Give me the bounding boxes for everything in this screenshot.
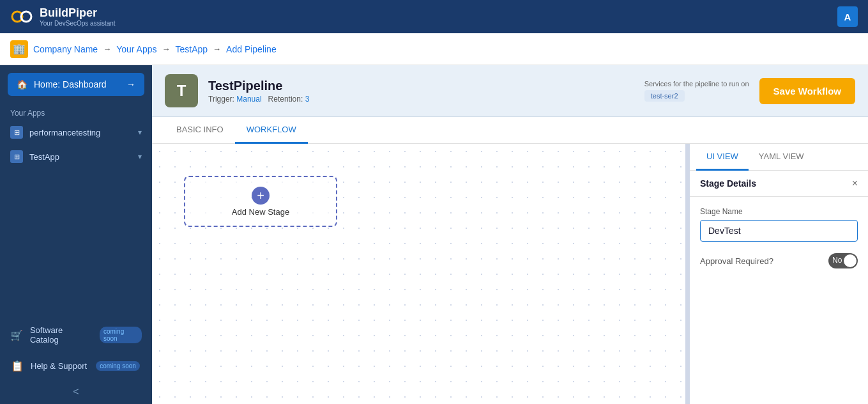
sidebar-app-label: performancetesting (29, 128, 100, 137)
help-label: Help & Support (31, 361, 87, 371)
pipeline-info: TestPipeline Trigger: Manual Retention: … (208, 79, 621, 104)
topbar: BuildPiper Your DevSecOps assistant A (0, 0, 868, 33)
app-grid-icon-2: ⊞ (10, 150, 23, 163)
sidebar: 🏠 Home: Dashboard → Your Apps ⊞ performa… (0, 65, 152, 404)
sidebar-software-catalog[interactable]: 🛒 Software Catalog coming soon (0, 318, 152, 352)
save-workflow-button[interactable]: Save Workflow (759, 78, 855, 104)
workflow-area: + Add New Stage UI VIEW YAML VIEW Stage … (152, 144, 868, 404)
sidebar-collapse-button[interactable]: < (0, 380, 152, 404)
chevron-down-icon: ▾ (138, 128, 142, 137)
tab-ui-view[interactable]: UI VIEW (696, 144, 749, 171)
company-icon: 🏢 (10, 40, 28, 58)
breadcrumb-testapp[interactable]: TestApp (175, 44, 208, 54)
trigger-value: Manual (236, 95, 261, 104)
stage-details-header: Stage Details × (690, 171, 868, 197)
main-layout: 🏠 Home: Dashboard → Your Apps ⊞ performa… (0, 65, 868, 404)
help-icon: 📋 (10, 359, 24, 373)
logo-icon (10, 5, 33, 28)
stage-name-input[interactable] (700, 220, 858, 242)
catalog-label: Software Catalog (30, 325, 91, 345)
sidebar-item-performancetesting[interactable]: ⊞ performancetesting ▾ (0, 120, 152, 144)
pipeline-services: Services for the pipeline to run on test… (644, 80, 749, 102)
pipeline-header: T TestPipeline Trigger: Manual Retention… (152, 65, 868, 117)
add-stage-label: Add New Stage (232, 207, 289, 217)
breadcrumb-arrow-2: → (162, 44, 170, 54)
logo-sub: Your DevSecOps assistant (40, 20, 116, 27)
stage-name-label: Stage Name (700, 207, 858, 216)
content-area: T TestPipeline Trigger: Manual Retention… (152, 65, 868, 404)
breadcrumb-add-pipeline[interactable]: Add Pipeline (226, 44, 277, 54)
services-label: Services for the pipeline to run on (644, 80, 749, 88)
toggle-track[interactable]: No (828, 253, 858, 268)
collapse-icon: < (73, 386, 79, 398)
help-badge: coming soon (96, 361, 140, 371)
stage-panel: UI VIEW YAML VIEW Stage Details × Stage … (689, 144, 868, 404)
breadcrumb-arrow-3: → (213, 44, 221, 54)
stage-details-title: Stage Details (700, 178, 756, 189)
breadcrumb: 🏢 Company Name → Your Apps → TestApp → A… (0, 33, 868, 65)
tab-yaml-view[interactable]: YAML VIEW (749, 144, 814, 171)
stage-panel-tabs: UI VIEW YAML VIEW (690, 144, 868, 171)
approval-toggle[interactable]: No (828, 253, 858, 268)
catalog-badge: coming soon (100, 327, 142, 343)
retention-value: 3 (305, 95, 310, 104)
approval-label: Approval Required? (700, 256, 773, 266)
pipeline-name: TestPipeline (208, 79, 621, 93)
stage-details-body: Stage Name Approval Required? No (690, 197, 868, 279)
sidebar-app-label-2: TestApp (29, 152, 59, 162)
pipeline-meta: Trigger: Manual Retention: 3 (208, 95, 621, 104)
close-icon[interactable]: × (852, 178, 858, 189)
breadcrumb-company[interactable]: Company Name (33, 44, 98, 54)
your-apps-section-title: Your Apps (0, 104, 152, 120)
pipeline-avatar: T (165, 74, 198, 107)
toggle-thumb (844, 254, 857, 267)
tab-workflow[interactable]: WORKFLOW (235, 117, 308, 144)
workflow-canvas: + Add New Stage (152, 144, 685, 404)
catalog-icon: 🛒 (10, 328, 24, 342)
breadcrumb-your-apps[interactable]: Your Apps (116, 44, 156, 54)
service-badge: test-ser2 (644, 90, 685, 102)
add-stage-plus-icon: + (252, 187, 270, 205)
app-grid-icon: ⊞ (10, 126, 23, 139)
chevron-down-icon-2: ▾ (138, 152, 142, 161)
main-tabs: BASIC INFO WORKFLOW (152, 117, 868, 144)
breadcrumb-arrow-1: → (103, 44, 111, 54)
toggle-label: No (832, 256, 842, 265)
home-icon: 🏠 (17, 79, 27, 89)
tab-basic-info[interactable]: BASIC INFO (165, 117, 235, 144)
home-dashboard-button[interactable]: 🏠 Home: Dashboard → (8, 73, 144, 96)
home-arrow-icon: → (126, 79, 135, 89)
logo: BuildPiper Your DevSecOps assistant (10, 5, 116, 28)
logo-text: BuildPiper (40, 6, 97, 19)
add-new-stage-box[interactable]: + Add New Stage (184, 176, 337, 227)
approval-row: Approval Required? No (700, 253, 858, 268)
user-avatar[interactable]: A (837, 6, 858, 27)
sidebar-help-support[interactable]: 📋 Help & Support coming soon (0, 352, 152, 380)
home-label: Home: Dashboard (34, 79, 107, 89)
sidebar-item-testapp[interactable]: ⊞ TestApp ▾ (0, 144, 152, 169)
